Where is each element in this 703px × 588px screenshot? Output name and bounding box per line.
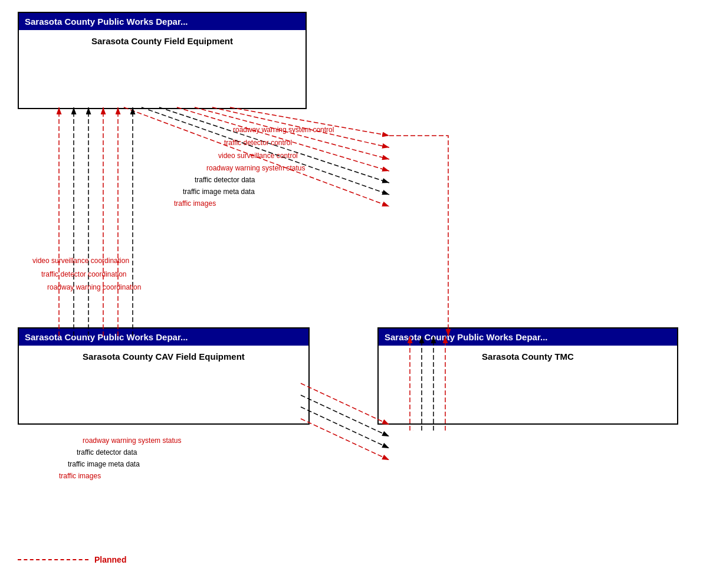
label-video-surveillance-coord: video surveillance coordination	[32, 257, 129, 265]
cav-body: Sarasota County CAV Field Equipment	[19, 346, 308, 367]
label-roadway-warning-coord: roadway warning coordination	[47, 283, 141, 291]
label-roadway-warning-control: roadway warning system control	[233, 126, 334, 134]
label-traffic-detector-coord: traffic detector coordination	[41, 270, 127, 278]
label-video-surveillance-control: video surveillance control	[218, 152, 298, 160]
label-traffic-images: traffic images	[174, 199, 216, 208]
svg-line-20	[301, 407, 389, 448]
label-roadway-warning-status: roadway warning system status	[206, 164, 305, 172]
svg-line-9	[142, 107, 389, 195]
field-equipment-header: Sarasota County Public Works Depar...	[19, 13, 305, 30]
node-field-equipment: Sarasota County Public Works Depar... Sa…	[18, 12, 307, 109]
label-roadway-warning-status2: roadway warning system status	[83, 436, 181, 445]
tmc-body: Sarasota County TMC	[379, 346, 677, 367]
legend-line	[18, 559, 88, 560]
tmc-header: Sarasota County Public Works Depar...	[379, 329, 677, 346]
label-traffic-image-meta: traffic image meta data	[183, 188, 255, 196]
label-traffic-detector-data: traffic detector data	[195, 176, 255, 184]
label-traffic-image-meta2: traffic image meta data	[68, 460, 140, 468]
svg-line-19	[301, 395, 389, 436]
svg-line-18	[301, 383, 389, 425]
field-equipment-body: Sarasota County Field Equipment	[19, 30, 305, 52]
node-cav: Sarasota County Public Works Depar... Sa…	[18, 327, 310, 425]
label-traffic-detector-data2: traffic detector data	[77, 448, 137, 456]
cav-header: Sarasota County Public Works Depar...	[19, 329, 308, 346]
legend-label: Planned	[94, 555, 126, 564]
node-tmc: Sarasota County Public Works Depar... Sa…	[377, 327, 678, 425]
svg-line-21	[301, 419, 389, 460]
diagram-container: Sarasota County Public Works Depar... Sa…	[0, 0, 703, 588]
legend: Planned	[18, 555, 126, 564]
label-traffic-images2: traffic images	[59, 472, 101, 480]
label-traffic-detector-control: traffic detector control	[224, 139, 292, 147]
